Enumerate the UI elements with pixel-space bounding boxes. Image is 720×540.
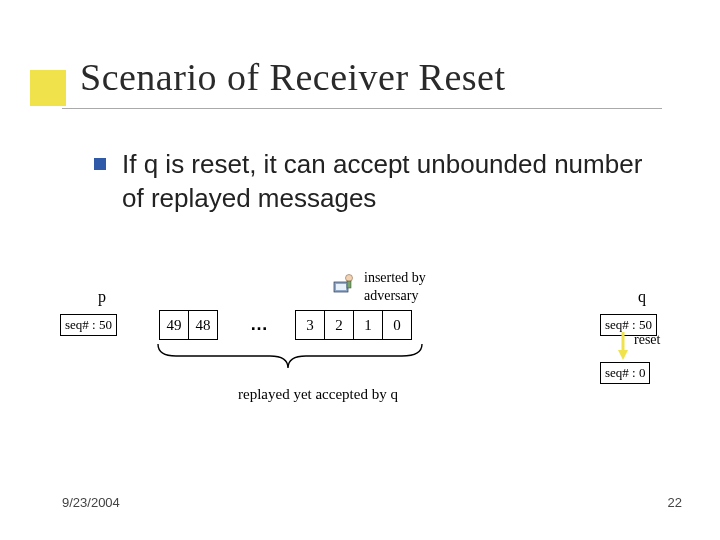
title-divider — [62, 108, 662, 109]
p-label: p — [98, 288, 106, 306]
q-label: q — [638, 288, 646, 306]
reset-label: reset — [634, 332, 660, 348]
svg-point-2 — [346, 275, 353, 282]
adversary-label: adversary — [364, 288, 418, 304]
message-stream: 49 48 3 2 1 0 — [160, 310, 412, 340]
adversary-icon — [328, 268, 356, 296]
msg-cell: 3 — [295, 310, 325, 340]
svg-rect-3 — [347, 281, 351, 288]
slide: Scenario of Receiver Reset If q is reset… — [0, 0, 720, 540]
msg-cell: 48 — [188, 310, 218, 340]
reset-arrow-icon — [616, 332, 630, 360]
bullet-icon — [94, 158, 106, 170]
bullet-text: If q is reset, it can accept unbounded n… — [122, 148, 654, 216]
footer-date: 9/23/2004 — [62, 495, 120, 510]
bullet-item: If q is reset, it can accept unbounded n… — [94, 148, 654, 216]
inserted-by-label: inserted by — [364, 270, 426, 286]
msg-cell: 49 — [159, 310, 189, 340]
msg-cell: 0 — [382, 310, 412, 340]
brace-icon — [156, 342, 424, 370]
slide-title: Scenario of Receiver Reset — [80, 55, 506, 99]
svg-rect-1 — [336, 284, 346, 290]
msg-cell: 2 — [324, 310, 354, 340]
seq-p-box: seq# : 50 — [60, 314, 117, 336]
ellipsis: … — [250, 314, 270, 335]
seq-q-after-box: seq# : 0 — [600, 362, 650, 384]
replayed-label: replayed yet accepted by q — [238, 386, 398, 403]
diagram: inserted by adversary p q seq# : 50 seq#… — [60, 270, 660, 450]
footer-page-number: 22 — [668, 495, 682, 510]
title-accent — [30, 70, 66, 106]
msg-cell: 1 — [353, 310, 383, 340]
svg-marker-5 — [618, 350, 628, 360]
